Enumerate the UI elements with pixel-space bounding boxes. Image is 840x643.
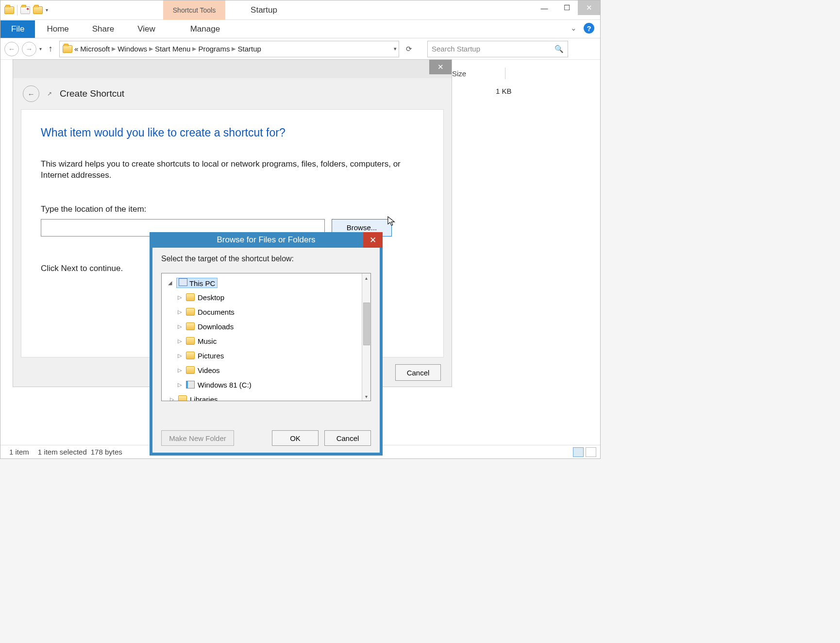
titlebar[interactable]: ✦ ▾ Shortcut Tools Startup — ☐ ✕ [0,0,600,20]
make-new-folder-button: Make New Folder [161,430,234,446]
browse-close-button[interactable]: ✕ [363,232,383,248]
expand-icon[interactable]: ▷ [176,353,183,359]
minimize-button[interactable]: — [533,0,555,15]
address-bar[interactable]: « Microsoft ▶ Windows ▶ Start Menu ▶ Pro… [59,41,399,57]
separator [17,5,17,16]
navigation-row: ← → ▾ ↑ « Microsoft ▶ Windows ▶ Start Me… [0,38,600,60]
libraries-icon [178,395,187,401]
scrollbar[interactable]: ▴ ▾ [362,273,370,401]
cancel-button[interactable]: Cancel [324,430,371,446]
tab-home[interactable]: Home [35,20,80,38]
drive-icon [186,381,195,389]
scroll-up-icon[interactable]: ▴ [362,273,370,282]
breadcrumb-programs[interactable]: Programs [198,45,230,53]
history-dropdown-icon[interactable]: ▾ [39,46,42,51]
tree-selected: This PC [176,278,218,288]
quick-access-toolbar: ✦ ▾ [0,5,48,16]
tree-node-music[interactable]: ▷ Music [162,334,370,348]
tree-node-desktop[interactable]: ▷ Desktop [162,290,370,305]
scroll-down-icon[interactable]: ▾ [362,392,370,401]
tree-label: Downloads [198,322,234,331]
file-tab[interactable]: File [0,20,35,38]
browse-instruction: Select the target of the shortcut below: [152,248,380,266]
tree-node-documents[interactable]: ▷ Documents [162,305,370,319]
new-folder-icon[interactable] [33,6,43,14]
search-placeholder: Search Startup [432,45,480,53]
column-header-size[interactable]: Size [452,66,530,81]
help-icon[interactable]: ? [584,23,594,34]
tree-label: Videos [198,366,220,374]
breadcrumb-microsoft[interactable]: Microsoft [80,45,110,53]
wizard-close-button[interactable]: ✕ [429,60,452,74]
icons-view-icon[interactable] [586,447,596,457]
cancel-button[interactable]: Cancel [395,364,441,381]
browse-footer: Make New Folder OK Cancel [161,430,371,446]
expand-icon[interactable]: ▷ [176,382,183,388]
wizard-header: ← ↗ Create Shortcut [13,78,452,109]
tree-label: Libraries [190,395,218,402]
breadcrumb-start-menu[interactable]: Start Menu [155,45,190,53]
tree-node-libraries[interactable]: ▷ Libraries [162,392,370,401]
status-item-count: 1 item [9,448,29,456]
back-button[interactable]: ← [4,42,19,56]
expand-icon[interactable]: ▷ [176,338,183,344]
address-dropdown-icon[interactable]: ▾ [394,46,397,52]
size-header-label: Size [452,69,466,78]
maximize-button[interactable]: ☐ [555,0,578,15]
folder-icon [63,45,72,53]
refresh-icon[interactable]: ⟳ [402,45,416,53]
breadcrumb-startup[interactable]: Startup [237,45,261,53]
forward-button[interactable]: → [22,42,36,56]
collapse-icon[interactable]: ◢ [167,280,173,286]
wizard-question: What item would you like to create a sho… [41,126,424,139]
tree-label: Music [198,337,217,345]
expand-icon[interactable]: ▷ [176,367,183,373]
breadcrumb-prefix[interactable]: « [74,45,78,53]
app-icon [4,6,14,14]
wizard-back-button[interactable]: ← [23,85,39,102]
tab-share[interactable]: Share [81,20,126,38]
expand-icon[interactable]: ▷ [168,396,175,402]
chevron-right-icon[interactable]: ▶ [232,46,235,52]
pc-icon [179,278,187,286]
scroll-thumb[interactable] [363,303,370,345]
breadcrumb-windows[interactable]: Windows [118,45,147,53]
contextual-tab-shortcut-tools[interactable]: Shortcut Tools [163,0,225,20]
details-view-icon[interactable] [573,447,584,457]
qat-dropdown-icon[interactable]: ▾ [46,7,48,13]
up-button[interactable]: ↑ [45,44,56,54]
tree-node-this-pc[interactable]: ◢ This PC [162,275,370,290]
tree-node-downloads[interactable]: ▷ Downloads [162,319,370,334]
location-label: Type the location of the item: [41,204,424,214]
search-icon[interactable]: 🔍 [554,45,564,53]
expand-icon[interactable]: ▷ [176,309,183,315]
chevron-right-icon[interactable]: ▶ [112,46,116,52]
close-button[interactable]: ✕ [578,0,600,15]
tree-node-drive-c[interactable]: ▷ Windows 81 (C:) [162,377,370,392]
wizard-description: This wizard helps you to create shortcut… [41,159,410,181]
expand-icon[interactable]: ▷ [176,323,183,330]
ok-button[interactable]: OK [272,430,319,446]
browse-title-text: Browse for Files or Folders [217,235,315,245]
expand-icon[interactable]: ▷ [176,294,183,301]
folder-icon [186,352,195,359]
wizard-titlebar[interactable]: ✕ [13,60,452,78]
browse-titlebar[interactable]: Browse for Files or Folders ✕ [150,232,383,248]
tab-view[interactable]: View [126,20,167,38]
tree-node-videos[interactable]: ▷ Videos [162,363,370,377]
properties-icon[interactable]: ✦ [20,6,30,14]
shortcut-icon: ↗ [47,90,52,97]
status-bytes: 178 bytes [91,448,122,456]
chevron-right-icon[interactable]: ▶ [149,46,153,52]
ribbon-collapse-icon[interactable]: ⌄ [571,24,577,33]
chevron-right-icon[interactable]: ▶ [192,46,196,52]
tree-node-pictures[interactable]: ▷ Pictures [162,348,370,363]
tree-label: Desktop [198,293,224,302]
search-input[interactable]: Search Startup 🔍 [427,41,568,57]
column-separator[interactable] [505,68,505,79]
tab-manage[interactable]: Manage [179,20,232,38]
wizard-title: Create Shortcut [60,88,124,99]
folder-tree[interactable]: ◢ This PC ▷ Desktop ▷ Documents ▷ Downlo… [161,273,371,401]
file-size-value: 1 KB [496,87,512,95]
window-controls: — ☐ ✕ [533,0,600,15]
